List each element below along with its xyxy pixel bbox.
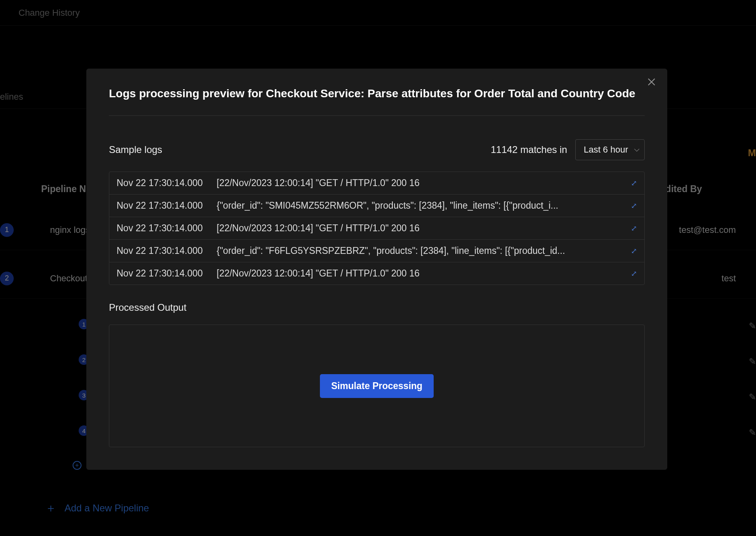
log-body: {"order_id": "SMI045MZ552RM6OR", "produc… (217, 200, 631, 211)
log-timestamp: Nov 22 17:30:14.000 (117, 200, 217, 211)
processed-output-box: Simulate Processing (109, 325, 645, 447)
expand-icon[interactable]: ⤢ (631, 201, 637, 210)
close-icon (648, 78, 655, 86)
time-range-select[interactable]: Last 6 hour (575, 139, 645, 160)
matches-count: 11142 matches in (491, 144, 567, 155)
sample-logs-header: Sample logs 11142 matches in Last 6 hour (109, 139, 645, 160)
log-body: {"order_id": "F6FLG5YSRSPZEBRZ", "produc… (217, 245, 631, 256)
log-timestamp: Nov 22 17:30:14.000 (117, 223, 217, 234)
log-row[interactable]: Nov 22 17:30:14.000 {"order_id": "SMI045… (109, 195, 644, 217)
sample-logs-label: Sample logs (109, 144, 162, 155)
log-body: [22/Nov/2023 12:00:14] "GET / HTTP/1.0" … (217, 223, 631, 234)
expand-icon[interactable]: ⤢ (631, 247, 637, 255)
processed-output-label: Processed Output (109, 302, 645, 313)
simulate-processing-button[interactable]: Simulate Processing (320, 374, 434, 398)
log-timestamp: Nov 22 17:30:14.000 (117, 245, 217, 256)
log-row[interactable]: Nov 22 17:30:14.000 {"order_id": "F6FLG5… (109, 240, 644, 262)
log-timestamp: Nov 22 17:30:14.000 (117, 178, 217, 188)
log-row[interactable]: Nov 22 17:30:14.000 [22/Nov/2023 12:00:1… (109, 172, 644, 195)
expand-icon[interactable]: ⤢ (631, 269, 637, 278)
modal-title: Logs processing preview for Checkout Ser… (109, 87, 645, 116)
matches-group: 11142 matches in Last 6 hour (491, 139, 645, 160)
log-row[interactable]: Nov 22 17:30:14.000 [22/Nov/2023 12:00:1… (109, 262, 644, 285)
close-button[interactable] (648, 77, 655, 88)
sample-logs-table: Nov 22 17:30:14.000 [22/Nov/2023 12:00:1… (109, 172, 645, 285)
logs-preview-modal: Logs processing preview for Checkout Ser… (86, 69, 667, 470)
log-body: [22/Nov/2023 12:00:14] "GET / HTTP/1.0" … (217, 268, 631, 279)
expand-icon[interactable]: ⤢ (631, 179, 637, 188)
log-body: [22/Nov/2023 12:00:14] "GET / HTTP/1.0" … (217, 178, 631, 188)
expand-icon[interactable]: ⤢ (631, 224, 637, 233)
log-row[interactable]: Nov 22 17:30:14.000 [22/Nov/2023 12:00:1… (109, 217, 644, 240)
log-timestamp: Nov 22 17:30:14.000 (117, 268, 217, 279)
time-range-value: Last 6 hour (584, 144, 628, 155)
